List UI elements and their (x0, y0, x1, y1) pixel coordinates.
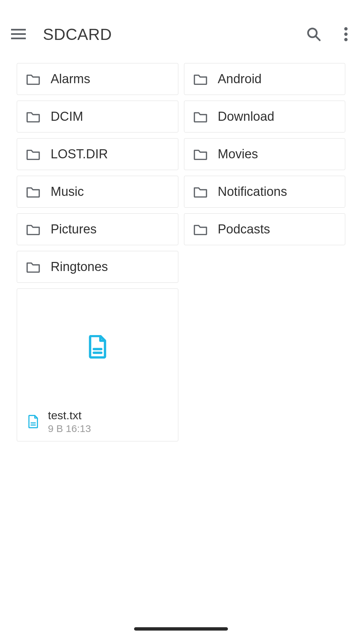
folder-icon (25, 148, 41, 161)
more-button[interactable] (330, 18, 362, 50)
file-name: test.txt (48, 409, 91, 422)
menu-icon (11, 29, 26, 40)
folder-label: Download (218, 109, 275, 124)
more-vert-icon (344, 27, 348, 42)
folder-label: Music (51, 184, 84, 199)
folder-label: Alarms (51, 72, 90, 86)
folder-icon (25, 223, 41, 236)
folder-item[interactable]: Android (184, 63, 346, 95)
file-meta-row: test.txt 9 B 16:13 (17, 406, 178, 441)
folder-label: DCIM (51, 109, 83, 124)
folder-label: Pictures (51, 222, 97, 236)
folder-icon (192, 110, 208, 123)
menu-button[interactable] (0, 29, 37, 40)
folder-icon (192, 72, 208, 86)
svg-point-7 (344, 38, 348, 41)
folder-item[interactable]: Ringtones (17, 251, 178, 283)
folder-item[interactable]: Music (17, 176, 178, 208)
folder-label: LOST.DIR (51, 147, 108, 161)
svg-rect-2 (11, 38, 26, 39)
folder-item[interactable]: Download (184, 101, 346, 132)
app-bar: SDCARD (0, 0, 362, 56)
file-grid: test.txt 9 B 16:13 (17, 288, 345, 441)
folder-label: Podcasts (218, 222, 270, 236)
folder-item[interactable]: Pictures (17, 213, 178, 245)
folder-grid: Alarms Android DCIM Download LOST.DIR Mo… (17, 63, 345, 283)
folder-icon (192, 223, 208, 236)
folder-item[interactable]: LOST.DIR (17, 138, 178, 170)
page-title: SDCARD (43, 25, 112, 44)
search-icon (306, 26, 322, 42)
search-button[interactable] (298, 18, 330, 50)
folder-item[interactable]: Movies (184, 138, 346, 170)
folder-item[interactable]: DCIM (17, 101, 178, 132)
file-info: 9 B 16:13 (48, 423, 91, 434)
gesture-bar[interactable] (134, 627, 228, 631)
content-area: Alarms Android DCIM Download LOST.DIR Mo… (0, 56, 362, 441)
file-icon (88, 335, 107, 360)
folder-icon (192, 148, 208, 161)
folder-label: Notifications (218, 184, 287, 199)
file-icon (25, 415, 41, 428)
file-card[interactable]: test.txt 9 B 16:13 (17, 288, 178, 441)
folder-icon (192, 185, 208, 199)
folder-icon (25, 260, 41, 274)
svg-point-5 (344, 27, 348, 31)
svg-point-6 (344, 33, 348, 36)
svg-line-4 (316, 36, 320, 40)
folder-icon (25, 185, 41, 199)
folder-item[interactable]: Podcasts (184, 213, 346, 245)
svg-rect-1 (11, 33, 26, 35)
svg-rect-0 (11, 29, 26, 31)
folder-item[interactable]: Notifications (184, 176, 346, 208)
folder-item[interactable]: Alarms (17, 63, 178, 95)
folder-icon (25, 110, 41, 123)
gesture-bar-area (0, 624, 362, 644)
folder-icon (25, 72, 41, 86)
folder-label: Movies (218, 147, 258, 161)
folder-label: Android (218, 72, 262, 86)
folder-label: Ringtones (51, 260, 108, 274)
file-preview (17, 289, 178, 406)
